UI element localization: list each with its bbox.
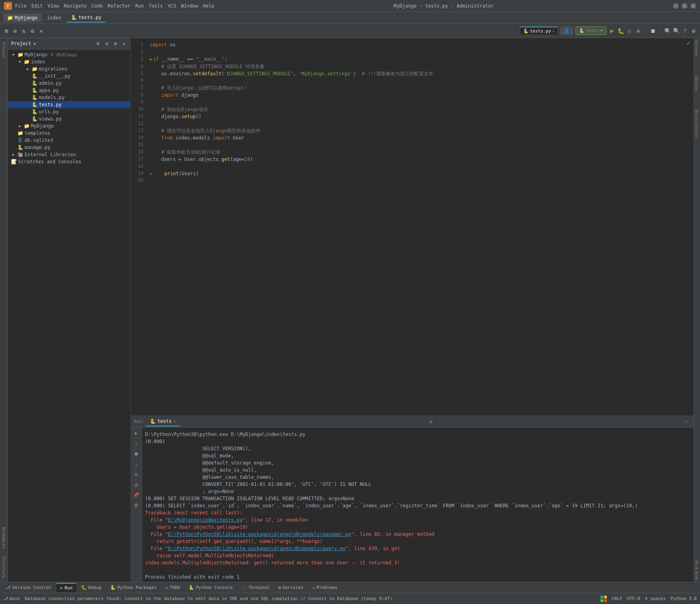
file-nav[interactable]: 🐍 tests.py [67,13,105,23]
tree-item-apps[interactable]: 🐍 apps.py [8,87,130,94]
tree-item-migrations[interactable]: ▶ 📁 migrations [8,65,130,73]
rerun-button[interactable]: ▶ [132,429,140,437]
tree-item-manage[interactable]: 🐍 manage.py [8,144,130,151]
notifications-panel[interactable]: Notifications [694,108,700,139]
encoding[interactable]: UTF-8 [627,596,640,601]
settings-right-icon[interactable]: ⚙ [690,28,697,34]
collapse-icon[interactable]: ≡ [103,40,110,47]
tab-python-console[interactable]: 🐍 Python Console [185,583,237,592]
query-link[interactable]: D:\Python\Python38\lib\site-packages\dja… [168,546,346,551]
settings-icon[interactable]: ⚙ [29,28,36,34]
database-panel[interactable]: Database [694,38,700,58]
menu-refactor[interactable]: Refactor [107,3,130,9]
menu-tools[interactable]: Tools [149,3,163,9]
run-with-coverage[interactable]: ◎ [626,28,633,34]
tree-item-db[interactable]: 🗄 db.sqlite3 [8,137,130,144]
wordbook-panel[interactable]: Word Book [694,559,700,582]
tab-todo[interactable]: ☑ TODO [161,583,184,592]
tab-services[interactable]: ⚙ Services [274,583,308,592]
bookmarks-icon[interactable]: Bookmarks [2,525,6,551]
menu-file[interactable]: File [15,3,27,9]
run-config-button[interactable]: 🐍 tests ▼ [576,27,606,35]
tree-item-index[interactable]: ▼ 📁 index [8,58,130,65]
trash-button[interactable]: 🗑 [132,501,140,509]
close-panel-icon[interactable]: ✕ [38,28,44,34]
manager-link[interactable]: D:\Python\Python38\lib\site-packages\dja… [168,531,351,537]
status-info[interactable]: Database connection parameters found: Co… [25,596,392,601]
minimize-button[interactable]: — [673,3,679,9]
profile-button[interactable]: ⊙ [635,28,641,34]
code-editor[interactable]: ✓ import os ▶if __name__ == "__main__": … [147,38,694,415]
project-icon[interactable]: Project [2,40,6,61]
maximize-button[interactable]: □ [682,3,687,9]
menu-help[interactable]: Help [203,3,214,9]
tree-item-mydjango-root[interactable]: ▼ 📁 MyDjango D:\MyDjango [8,51,130,58]
menu-bar[interactable]: File Edit View Navigate Code Refactor Ru… [15,3,214,9]
help-icon[interactable]: ? [682,28,688,34]
python-version[interactable]: Python 3.8 [671,596,697,601]
scroll-down-button[interactable]: ↓ [132,460,140,468]
tab-python-packages[interactable]: 🐍 Python Packages [106,583,161,592]
run-tab-tests[interactable]: 🐍 tests ✕ [146,417,180,426]
collapse-all-icon[interactable]: ≡ [12,28,18,34]
run-settings-button[interactable]: ⚙ [427,418,435,426]
index-nav[interactable]: index [43,13,65,22]
sidebar-dropdown[interactable]: ▼ [34,42,36,46]
tree-item-tests[interactable]: 🐍 tests.py [8,101,130,108]
sort-icon[interactable]: ⇅ [21,28,27,34]
stop-button[interactable]: ⏹ [650,28,656,34]
run-traceback-file1: File "D:\MyDjango\index\tests.py", line … [145,516,690,524]
find-icon[interactable]: 🔍 [664,28,671,34]
tests-link[interactable]: D:\MyDjango\index\tests.py [168,517,243,523]
sidebar-close[interactable]: ✕ [121,40,127,47]
debug-button[interactable]: 🐛 [618,28,624,34]
inspect-icon[interactable]: 🔍 [673,28,679,34]
tree-item-external-libs[interactable]: ▶ 📚 External Libraries [8,151,130,158]
print-button[interactable]: 🖨 [132,481,140,489]
git-branch[interactable]: ⎇ main [3,596,20,601]
run-tab-close[interactable]: ✕ [173,419,176,423]
tree-item-init[interactable]: 🐍 __init__.py [8,73,130,80]
close-button[interactable]: ✕ [690,3,696,9]
locate-icon[interactable]: ⊕ [95,40,101,47]
menu-run[interactable]: Run [135,3,144,9]
structure-icon[interactable]: ⊞ [3,28,10,34]
menu-navigate[interactable]: Navigate [64,3,87,9]
menu-window[interactable]: Window [181,3,198,9]
tab-run[interactable]: ▶ Run [56,583,77,592]
menu-edit[interactable]: Edit [31,3,43,9]
tab-terminal[interactable]: ⬛ Terminal [237,583,273,592]
structure-left-icon[interactable]: Structure [2,554,6,580]
vc-icon: ⎇ [6,585,11,590]
tree-item-templates[interactable]: 📁 templates [8,130,130,137]
tree-item-mydjango-sub[interactable]: ▶ 📁 MyDjango [8,122,130,130]
layout-button[interactable]: ⊞ [132,470,140,478]
project-nav[interactable]: 📁 MyDjango [3,13,42,22]
tab-debug[interactable]: 🐛 Debug [77,583,105,592]
sidebar-settings[interactable]: ⚙ [112,40,119,47]
tab-problems[interactable]: ⚠ Problems [308,583,342,592]
menu-code[interactable]: Code [92,3,103,9]
tree-item-models[interactable]: 🐍 models.py [8,94,130,101]
tree-item-views[interactable]: 🐍 views.py [8,115,130,122]
menu-view[interactable]: View [48,3,59,9]
tab-version-control[interactable]: ⎇ Version Control [2,583,55,592]
windows-icon[interactable] [601,596,607,602]
git-status[interactable]: 👤 [560,27,573,35]
pin-button[interactable]: 📌 [132,491,140,499]
close-tab-icon[interactable]: ✕ [552,29,555,33]
run-button[interactable]: ▶ [609,28,615,34]
tree-item-admin[interactable]: 🐍 admin.py [8,80,130,87]
tree-item-scratches[interactable]: 📝 Scratches and Consoles [8,158,130,165]
tree-item-urls[interactable]: 🐍 urls.py [8,108,130,115]
run-close-button[interactable]: — [683,418,690,426]
scroll-up-button[interactable]: ↑ [132,440,140,447]
window-controls[interactable]: — □ ✕ [673,3,696,9]
line-endings[interactable]: CRLF [612,596,622,601]
sqldialect-panel[interactable]: SQLView [694,74,700,92]
run-output[interactable]: D:\Python\Python38\python.exe D:\MyDjang… [142,428,694,582]
indent[interactable]: 4 spaces [645,596,666,601]
stop-run-button[interactable]: ⏹ [132,450,140,458]
file-tab-active[interactable]: 🐍 tests.py ✕ [520,27,558,35]
menu-vcs[interactable]: VCS [168,3,176,9]
